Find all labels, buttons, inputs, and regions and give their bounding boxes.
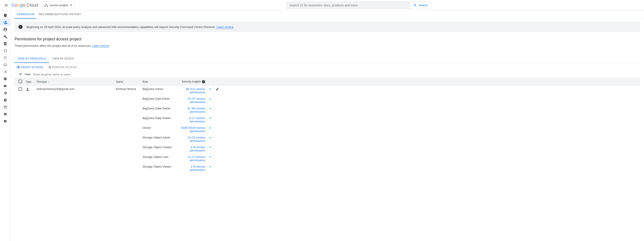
filter-label: Filter: [25, 73, 31, 76]
page-description: These permissions affect this project an…: [14, 44, 640, 47]
security-insight-link[interactable]: 11 /17 excess permissions: [188, 155, 205, 162]
banner-text: Beginning on 29 April 2024, at-scale pol…: [26, 25, 234, 29]
edit-pencil-icon[interactable]: [216, 87, 221, 91]
desc-learn-more-link[interactable]: Learn more⧉: [92, 44, 109, 48]
role-dropdown-icon[interactable]: ▼: [209, 98, 211, 100]
search-input[interactable]: [287, 3, 410, 7]
project-dots-icon: [44, 3, 48, 7]
document-check-icon[interactable]: [0, 40, 10, 47]
table-row: BigQuery Data Owner 47 /65 excess permis…: [14, 105, 640, 115]
role-dropdown-icon[interactable]: ▼: [209, 127, 211, 129]
role-dropdown-icon[interactable]: ▼: [209, 156, 211, 158]
col-type[interactable]: Type: [24, 78, 35, 86]
remove-access-button[interactable]: REMOVE ACCESS: [48, 65, 77, 69]
role-dropdown-icon[interactable]: ▼: [209, 166, 211, 168]
person-add-icon: [16, 65, 20, 69]
person-remove-icon: [48, 65, 51, 69]
laptop-icon[interactable]: [0, 111, 10, 118]
security-insight-link[interactable]: 23 /37 excess permissions: [188, 97, 205, 104]
privacy-shield-icon[interactable]: [0, 97, 10, 104]
table-row: Owner 9169 /9319 excess permissions ▼: [14, 125, 640, 134]
search-box[interactable]: [286, 1, 410, 9]
security-insight-link[interactable]: 9169 /9319 excess permissions: [181, 126, 205, 133]
role-dropdown-icon[interactable]: ▼: [209, 137, 211, 139]
role-name: BigQuery Data Owner: [141, 105, 174, 115]
info-icon: i: [18, 25, 22, 29]
col-principal[interactable]: Principal↑: [35, 78, 114, 86]
table-row: Storage Object Creator 5 /8 excess permi…: [14, 144, 640, 154]
page-tabs: PERMISSION RECOMMENDATIONS HISTORY: [10, 10, 644, 19]
person-icon: [26, 87, 33, 91]
role-name: Storage Object Viewer: [141, 163, 174, 173]
screen-icon[interactable]: [0, 61, 10, 68]
info-banner: i Beginning on 29 April 2024, at-scale p…: [14, 22, 640, 32]
principal-name: Kirtiman Mishra: [114, 86, 141, 96]
role-name: Storage Object Creator: [141, 144, 174, 154]
wrench-icon[interactable]: [0, 33, 10, 40]
grant-access-button[interactable]: GRANT ACCESS: [16, 65, 43, 69]
principal-email: kirtimanmishra18@gmail.com: [35, 86, 114, 96]
col-name[interactable]: Name: [114, 78, 141, 86]
table-row: Storage Object User 11 /17 excess permis…: [14, 154, 640, 163]
role-name: Storage Object Admin: [141, 134, 174, 144]
label-icon[interactable]: [0, 82, 10, 89]
security-insight-link[interactable]: 86 /111 excess permissions: [186, 87, 205, 94]
table-row: BigQuery Data Editor 23 /37 excess permi…: [14, 95, 640, 105]
role-name: BigQuery Admin: [141, 86, 174, 96]
role-name: BigQuery Data Viewer: [141, 115, 174, 125]
search-button[interactable]: Search: [410, 1, 431, 9]
select-all-checkbox[interactable]: [18, 80, 22, 83]
role-name: BigQuery Data Editor: [141, 95, 174, 105]
security-insight-link[interactable]: 47 /65 excess permissions: [188, 107, 205, 113]
list-icon[interactable]: [0, 68, 10, 75]
controls-icon[interactable]: [0, 54, 10, 61]
book-icon[interactable]: [0, 47, 10, 54]
project-picker[interactable]: access project: [42, 1, 74, 9]
table-row: Storage Object Admin 14 /21 excess permi…: [14, 134, 640, 144]
google-cloud-logo[interactable]: GoogleCloud: [12, 3, 38, 8]
row-checkbox[interactable]: [18, 87, 22, 91]
security-insight-link[interactable]: 8 /17 excess permissions: [189, 116, 205, 123]
role-dropdown-icon[interactable]: ▼: [209, 107, 211, 110]
tab-recommendations-history[interactable]: RECOMMENDATIONS HISTORY: [36, 10, 84, 18]
tab-view-by-roles[interactable]: VIEW BY ROLES: [49, 55, 77, 63]
table-row: Storage Object Viewer 3 /6 excess permis…: [14, 163, 640, 173]
iam-person-plus-icon[interactable]: [0, 19, 10, 26]
security-insight-link[interactable]: 14 /21 excess permissions: [188, 136, 205, 142]
filter-icon[interactable]: [18, 72, 22, 76]
role-name: Owner: [141, 125, 174, 134]
caret-down-icon: [70, 5, 72, 6]
tab-view-by-principals[interactable]: VIEW BY PRINCIPALS: [14, 55, 49, 63]
sort-asc-icon: ↑: [48, 80, 50, 83]
form-icon[interactable]: [0, 104, 10, 111]
action-bar: GRANT ACCESS REMOVE ACCESS: [14, 63, 640, 71]
tab-permission[interactable]: PERMISSION: [14, 10, 36, 18]
account-circle-icon[interactable]: [0, 26, 10, 33]
security-insight-link[interactable]: 5 /8 excess permissions: [190, 146, 205, 152]
gear-icon[interactable]: [0, 89, 10, 97]
filter-input[interactable]: [33, 73, 100, 76]
folder-gear-icon[interactable]: [0, 118, 10, 125]
help-icon[interactable]: ?: [202, 80, 205, 83]
filter-bar: Filter: [14, 71, 640, 78]
role-dropdown-icon[interactable]: ▼: [209, 88, 211, 90]
view-tabs: VIEW BY PRINCIPALS VIEW BY ROLES: [14, 55, 640, 63]
role-name: Storage Object User: [141, 154, 174, 163]
tag-icon[interactable]: [0, 75, 10, 82]
search-icon: [413, 3, 417, 7]
left-rail: [0, 10, 10, 173]
external-link-icon: ⧉: [232, 26, 234, 28]
hamburger-menu-icon[interactable]: [1, 0, 12, 10]
table-row: kirtimanmishra18@gmail.com Kirtiman Mish…: [14, 86, 640, 96]
role-dropdown-icon[interactable]: ▼: [209, 117, 211, 120]
col-role[interactable]: Role: [141, 78, 174, 86]
principals-table: Type Principal↑ Name Role Security insig…: [14, 78, 640, 173]
col-security-insights[interactable]: Security insights?: [174, 78, 207, 86]
top-header: GoogleCloud access project Search: [0, 0, 644, 10]
main-area: PERMISSION RECOMMENDATIONS HISTORY i Beg…: [10, 10, 644, 173]
security-shield-icon[interactable]: [0, 12, 10, 19]
role-dropdown-icon[interactable]: ▼: [209, 146, 211, 149]
page-title: Permissions for project access project: [14, 37, 640, 41]
banner-learn-more-link[interactable]: Learn more⧉: [216, 25, 233, 29]
security-insight-link[interactable]: 3 /6 excess permissions: [190, 165, 205, 172]
